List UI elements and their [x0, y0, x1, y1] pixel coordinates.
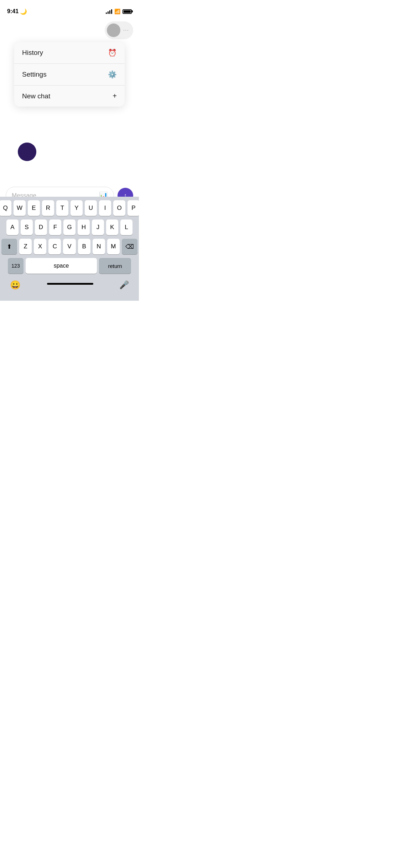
- moon-icon: 🌙: [20, 8, 27, 15]
- history-label: History: [22, 49, 43, 57]
- key-x[interactable]: X: [34, 239, 46, 254]
- time-display: 9:41: [7, 8, 19, 15]
- dropdown-menu: History ⏰ Settings ⚙️ New chat +: [14, 42, 125, 107]
- key-s[interactable]: S: [21, 219, 33, 235]
- signal-icon: [106, 9, 112, 14]
- battery-icon: [123, 9, 132, 14]
- status-time: 9:41 🌙: [7, 8, 27, 15]
- key-l[interactable]: L: [120, 219, 132, 235]
- key-c[interactable]: C: [48, 239, 61, 254]
- menu-item-history[interactable]: History ⏰: [14, 42, 125, 64]
- home-indicator: [47, 283, 93, 285]
- key-g[interactable]: G: [63, 219, 75, 235]
- assistant-dot-button[interactable]: [18, 143, 36, 161]
- history-icon: ⏰: [108, 48, 117, 57]
- key-k[interactable]: K: [106, 219, 118, 235]
- dots-icon: ···: [123, 27, 129, 33]
- key-u[interactable]: U: [85, 200, 97, 216]
- key-q[interactable]: Q: [0, 200, 11, 216]
- menu-item-settings[interactable]: Settings ⚙️: [14, 64, 125, 86]
- key-r[interactable]: R: [42, 200, 54, 216]
- keyboard-row-4: 123 space return: [1, 258, 137, 274]
- new-chat-label: New chat: [22, 92, 50, 100]
- status-icons: 📶: [106, 9, 132, 14]
- avatar: [107, 24, 120, 37]
- emoji-button[interactable]: 😀: [10, 280, 21, 290]
- keyboard-row-1: Q W E R T Y U I O P: [1, 200, 137, 216]
- settings-label: Settings: [22, 71, 47, 78]
- key-p[interactable]: P: [127, 200, 139, 216]
- key-h[interactable]: H: [78, 219, 90, 235]
- microphone-button[interactable]: 🎤: [119, 280, 129, 290]
- menu-item-new-chat[interactable]: New chat +: [14, 86, 125, 107]
- menu-trigger-button[interactable]: ···: [105, 21, 133, 39]
- key-t[interactable]: T: [56, 200, 68, 216]
- return-key[interactable]: return: [99, 258, 131, 274]
- key-y[interactable]: Y: [71, 200, 83, 216]
- key-f[interactable]: F: [49, 219, 61, 235]
- key-w[interactable]: W: [14, 200, 26, 216]
- key-m[interactable]: M: [107, 239, 120, 254]
- key-v[interactable]: V: [63, 239, 75, 254]
- keyboard-row-2: A S D F G H J K L: [1, 219, 137, 235]
- keyboard: Q W E R T Y U I O P A S D F G H J K L ⬆ …: [0, 197, 139, 301]
- key-o[interactable]: O: [113, 200, 125, 216]
- key-e[interactable]: E: [28, 200, 40, 216]
- keyboard-row-3: ⬆ Z X C V B N M ⌫: [1, 239, 137, 254]
- wifi-icon: 📶: [114, 9, 120, 14]
- key-d[interactable]: D: [35, 219, 47, 235]
- backspace-key[interactable]: ⌫: [122, 239, 137, 254]
- key-n[interactable]: N: [93, 239, 105, 254]
- numbers-key[interactable]: 123: [8, 258, 24, 274]
- key-z[interactable]: Z: [19, 239, 32, 254]
- key-i[interactable]: I: [99, 200, 111, 216]
- new-chat-icon: +: [113, 92, 117, 100]
- key-b[interactable]: B: [78, 239, 90, 254]
- settings-icon: ⚙️: [108, 70, 117, 79]
- key-a[interactable]: A: [6, 219, 19, 235]
- keyboard-bottom-bar: 😀 🎤: [1, 277, 137, 301]
- key-j[interactable]: J: [92, 219, 104, 235]
- main-content: ··· History ⏰ Settings ⚙️ New chat +: [0, 18, 139, 187]
- status-bar: 9:41 🌙 📶: [0, 0, 139, 18]
- space-key[interactable]: space: [26, 258, 97, 274]
- shift-key[interactable]: ⬆: [1, 239, 17, 254]
